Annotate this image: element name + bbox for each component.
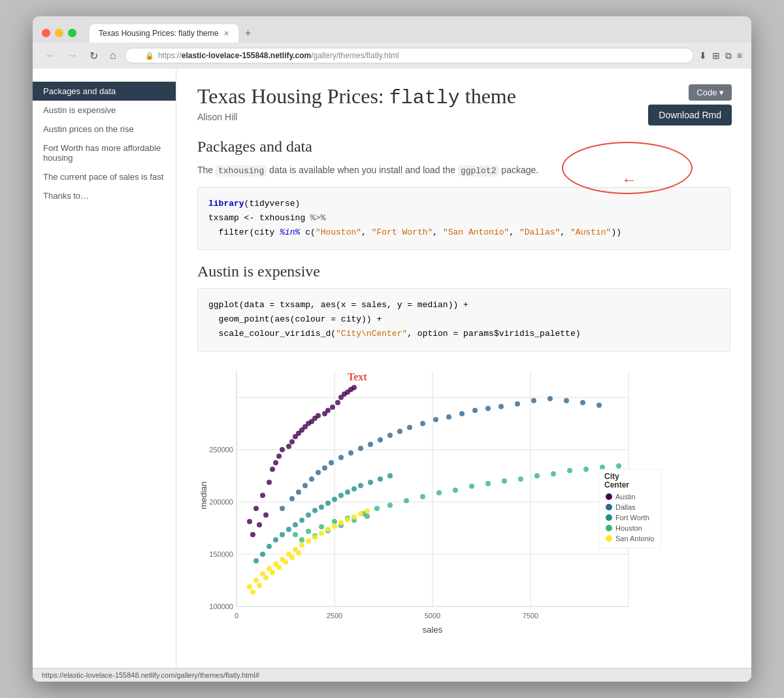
svg-point-74 bbox=[531, 398, 536, 403]
code-button[interactable]: Code ▾ bbox=[689, 84, 732, 101]
svg-point-106 bbox=[387, 503, 393, 508]
active-tab[interactable]: Texas Housing Prices: flatly theme ✕ bbox=[90, 24, 238, 42]
title-bar: Texas Housing Prices: flatly theme ✕ + bbox=[33, 16, 751, 42]
bookmarks-icon[interactable]: ⊞ bbox=[712, 50, 720, 61]
sidebar-item-prices[interactable]: Austin prices on the rise bbox=[33, 120, 176, 139]
svg-text:Houston: Houston bbox=[615, 524, 642, 532]
svg-point-53 bbox=[302, 483, 308, 488]
svg-point-115 bbox=[534, 473, 540, 478]
tab-close-icon[interactable]: ✕ bbox=[223, 29, 229, 38]
svg-text:San Antonio: San Antonio bbox=[615, 535, 654, 542]
svg-point-108 bbox=[420, 494, 425, 499]
menu-icon[interactable]: ≡ bbox=[737, 50, 742, 61]
svg-point-92 bbox=[338, 493, 344, 498]
svg-point-144 bbox=[358, 511, 363, 516]
code-block-1: library(tidyverse) txsamp <- txhousing %… bbox=[197, 187, 730, 250]
svg-point-100 bbox=[306, 529, 311, 534]
svg-point-20 bbox=[247, 519, 252, 524]
minimize-button[interactable] bbox=[55, 29, 63, 37]
svg-point-150 bbox=[276, 565, 282, 570]
scatter-chart: 150000 200000 250000 100000 0 2500 5000 … bbox=[197, 365, 668, 652]
svg-point-91 bbox=[332, 497, 337, 502]
svg-point-23 bbox=[267, 480, 272, 485]
sidebar: Packages and data Austin is expensive Au… bbox=[33, 69, 176, 667]
svg-point-135 bbox=[299, 542, 304, 548]
home-button[interactable]: ⌂ bbox=[106, 48, 120, 63]
svg-point-85 bbox=[293, 522, 298, 527]
svg-point-109 bbox=[436, 490, 442, 495]
svg-point-93 bbox=[345, 490, 350, 495]
svg-point-98 bbox=[387, 473, 393, 478]
svg-text:100000: 100000 bbox=[209, 603, 233, 610]
svg-point-70 bbox=[472, 408, 478, 413]
top-buttons: Code ▾ Download Rmd bbox=[648, 84, 732, 125]
status-url: https://elastic-lovelace-155848.netlify.… bbox=[42, 671, 259, 679]
svg-point-139 bbox=[325, 527, 331, 532]
svg-point-52 bbox=[296, 490, 301, 495]
close-button[interactable] bbox=[42, 29, 50, 37]
svg-point-97 bbox=[378, 476, 383, 482]
sidebar-item-pace[interactable]: The current pace of sales is fast bbox=[33, 167, 176, 186]
svg-point-61 bbox=[368, 442, 373, 447]
svg-point-111 bbox=[469, 484, 474, 489]
new-tab-button[interactable]: + bbox=[238, 23, 257, 42]
svg-point-157 bbox=[606, 493, 612, 500]
forward-button[interactable]: → bbox=[64, 48, 81, 63]
svg-point-99 bbox=[293, 532, 298, 537]
svg-point-161 bbox=[606, 514, 612, 521]
svg-point-101 bbox=[319, 524, 324, 529]
refresh-button[interactable]: ↻ bbox=[86, 48, 101, 63]
back-button[interactable]: ← bbox=[42, 48, 59, 63]
svg-point-25 bbox=[273, 460, 278, 465]
svg-text:City: City bbox=[604, 472, 619, 481]
svg-point-78 bbox=[596, 403, 602, 408]
chart-text-annotation: Text bbox=[348, 371, 367, 383]
svg-point-64 bbox=[397, 429, 402, 434]
svg-text:median: median bbox=[199, 481, 208, 509]
svg-point-60 bbox=[358, 446, 363, 451]
svg-text:sales: sales bbox=[423, 625, 443, 635]
sidebar-item-expensive[interactable]: Austin is expensive bbox=[33, 101, 176, 120]
svg-point-112 bbox=[485, 481, 491, 486]
svg-point-65 bbox=[407, 425, 412, 430]
svg-point-62 bbox=[378, 437, 383, 442]
svg-point-80 bbox=[260, 552, 265, 557]
sidebar-item-fortworth[interactable]: Fort Worth has more affordable housing bbox=[33, 139, 176, 167]
main-content: Code ▾ Download Rmd ← Texas Housing Pric… bbox=[176, 69, 751, 667]
svg-text:Austin: Austin bbox=[615, 493, 636, 501]
svg-point-22 bbox=[260, 493, 265, 498]
download-icon[interactable]: ⬇ bbox=[699, 50, 707, 61]
svg-point-77 bbox=[580, 400, 585, 405]
svg-point-47 bbox=[250, 532, 255, 537]
download-rmd-button[interactable]: Download Rmd bbox=[648, 105, 732, 125]
sidebar-item-packages[interactable]: Packages and data bbox=[33, 82, 176, 101]
svg-point-21 bbox=[253, 506, 259, 511]
svg-point-58 bbox=[338, 455, 344, 460]
svg-point-121 bbox=[299, 537, 304, 542]
svg-point-83 bbox=[280, 532, 285, 537]
svg-point-148 bbox=[263, 575, 269, 580]
svg-point-141 bbox=[338, 520, 344, 525]
svg-point-51 bbox=[289, 496, 295, 501]
svg-point-95 bbox=[358, 483, 363, 488]
chart-container: Text 150000 200000 bbox=[197, 365, 730, 652]
svg-point-88 bbox=[312, 508, 318, 513]
svg-point-68 bbox=[446, 414, 451, 420]
svg-text:5000: 5000 bbox=[425, 612, 440, 620]
url-display: https://elastic-lovelace-155848.netlify.… bbox=[158, 51, 399, 60]
maximize-button[interactable] bbox=[68, 29, 76, 37]
tabs-icon[interactable]: ⧉ bbox=[725, 50, 732, 61]
status-bar: https://elastic-lovelace-155848.netlify.… bbox=[33, 668, 751, 682]
svg-point-114 bbox=[518, 476, 523, 482]
svg-point-82 bbox=[273, 537, 278, 542]
svg-point-117 bbox=[567, 468, 572, 473]
svg-point-55 bbox=[316, 470, 321, 475]
page-content: Packages and data Austin is expensive Au… bbox=[33, 69, 751, 667]
svg-point-136 bbox=[306, 539, 311, 544]
svg-point-46 bbox=[351, 385, 357, 390]
sidebar-item-thanks[interactable]: Thanks to… bbox=[33, 186, 176, 205]
url-bar[interactable]: 🔒 https://elastic-lovelace-155848.netlif… bbox=[125, 48, 694, 63]
svg-point-127 bbox=[247, 584, 252, 590]
svg-point-120 bbox=[616, 463, 621, 469]
section2-title: Austin is expensive bbox=[197, 263, 730, 280]
